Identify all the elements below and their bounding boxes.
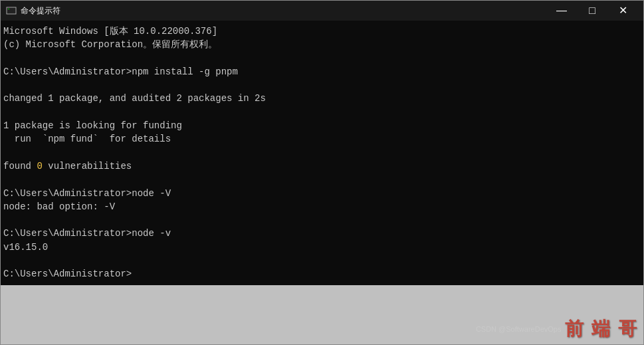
terminal-line-11: found 0 vulnerabilities xyxy=(3,160,641,173)
watermark: CSDN @SoftwareDevOps 前 端 哥 xyxy=(476,316,638,342)
window-title: 命令提示符 xyxy=(21,5,546,17)
svg-rect-2 xyxy=(8,9,9,9)
logo-text: 前 端 哥 xyxy=(565,316,638,342)
terminal-line-5 xyxy=(3,78,641,92)
terminal-wrapper: Microsoft Windows [版本 10.0.22000.376] (c… xyxy=(1,21,643,344)
terminal-line-1: Microsoft Windows [版本 10.0.22000.376] xyxy=(3,25,641,38)
terminal-line-13: C:\Users\Administrator>node -V xyxy=(3,187,641,200)
terminal-line-15 xyxy=(3,213,641,227)
terminal-line-6: changed 1 package, and audited 2 package… xyxy=(3,92,641,105)
terminal-line-18 xyxy=(3,254,641,267)
terminal-line-3 xyxy=(3,52,641,65)
terminal-line-9: run `npm fund` for details xyxy=(3,132,641,146)
window-icon xyxy=(6,5,17,16)
minimize-button[interactable]: — xyxy=(546,1,577,21)
terminal-line-2: (c) Microsoft Corporation。保留所有权利。 xyxy=(3,38,641,51)
terminal-line-4: C:\Users\Administrator>npm install -g pn… xyxy=(3,65,641,78)
maximize-button[interactable]: □ xyxy=(577,1,607,21)
csdn-label: CSDN @SoftwareDevOps xyxy=(476,325,562,333)
terminal-line-19: C:\Users\Administrator> xyxy=(3,267,641,281)
cmd-window: 命令提示符 — □ ✕ Microsoft Windows [版本 10.0.2… xyxy=(0,0,644,345)
terminal-body[interactable]: Microsoft Windows [版本 10.0.22000.376] (c… xyxy=(1,21,643,285)
window-controls: — □ ✕ xyxy=(546,1,638,21)
terminal-line-7 xyxy=(3,106,641,119)
close-button[interactable]: ✕ xyxy=(607,1,638,21)
zero-highlight: 0 xyxy=(37,161,42,172)
title-bar: 命令提示符 — □ ✕ xyxy=(1,1,643,21)
terminal-line-14: node: bad option: -V xyxy=(3,200,641,213)
terminal-line-16: C:\Users\Administrator>node -v xyxy=(3,227,641,240)
terminal-line-12 xyxy=(3,173,641,186)
terminal-line-10 xyxy=(3,146,641,160)
terminal-line-8: 1 package is looking for funding xyxy=(3,119,641,132)
terminal-line-17: v16.15.0 xyxy=(3,241,641,254)
